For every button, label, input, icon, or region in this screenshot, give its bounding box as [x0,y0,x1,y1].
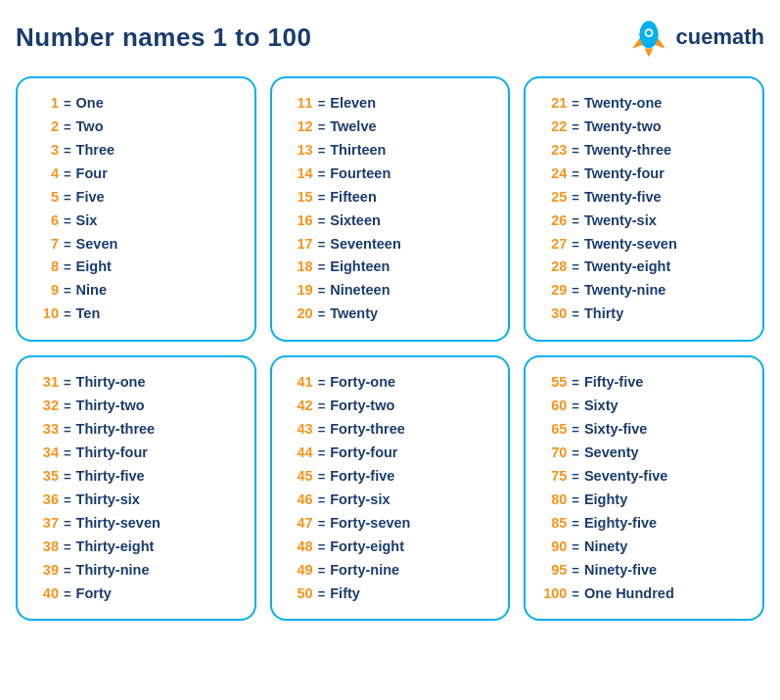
number-name: Eighty [584,489,627,512]
number-value: 46 [286,489,313,512]
card-41-50: 41=Forty-one42=Forty-two43=Forty-three44… [270,355,511,621]
number-value: 39 [31,559,59,583]
number-value: 13 [286,139,313,163]
number-row: 49=Forty-nine [286,559,499,583]
page-header: Number names 1 to 100 cuemath [16,16,764,59]
svg-point-4 [646,30,651,35]
number-value: 16 [286,210,313,233]
number-name: Twelve [330,116,376,139]
number-value: 50 [286,583,313,606]
number-value: 65 [539,418,567,442]
number-row: 14=Fourteen [286,163,499,186]
number-row: 24=Twenty-four [539,163,753,186]
number-value: 45 [286,465,313,489]
equals-sign: = [318,490,326,510]
number-name: Forty-four [330,442,397,465]
equals-sign: = [64,210,71,231]
number-row: 36=Thirty-six [31,489,245,512]
number-row: 32=Thirty-two [31,395,245,418]
number-name: One Hundred [584,583,674,606]
equals-sign: = [64,513,71,534]
number-row: 4=Four [31,163,245,186]
equals-sign: = [572,93,579,114]
number-name: Thirty-six [76,489,140,512]
number-row: 65=Sixty-five [539,418,753,442]
number-value: 6 [31,210,59,233]
number-value: 60 [539,395,567,418]
number-value: 31 [31,371,59,395]
number-row: 25=Twenty-five [539,186,753,210]
number-value: 29 [539,279,567,303]
number-row: 9=Nine [31,279,245,303]
number-row: 31=Thirty-one [31,371,245,395]
number-name: Five [76,186,105,210]
equals-sign: = [64,443,71,463]
number-name: Nine [76,279,107,303]
number-value: 38 [31,536,59,559]
number-value: 18 [286,256,313,279]
number-row: 29=Twenty-nine [539,279,753,303]
number-name: Twenty [330,303,378,326]
number-row: 13=Thirteen [286,139,499,163]
number-row: 11=Eleven [286,92,499,116]
equals-sign: = [318,117,326,137]
equals-sign: = [64,187,71,208]
number-value: 7 [31,233,59,257]
number-row: 43=Forty-three [286,418,499,442]
number-value: 24 [539,163,567,186]
number-value: 8 [31,256,59,279]
number-row: 42=Forty-two [286,395,499,418]
number-value: 95 [539,559,567,583]
equals-sign: = [572,117,579,137]
number-value: 85 [539,512,567,536]
number-name: Thirty-eight [76,536,155,559]
number-row: 19=Nineteen [286,279,499,303]
number-name: Thirty-four [76,442,148,465]
number-value: 5 [31,186,59,210]
number-name: Nineteen [330,279,390,303]
rocket-icon [627,16,670,59]
number-row: 34=Thirty-four [31,442,245,465]
equals-sign: = [64,140,71,161]
number-name: Forty-six [330,489,390,512]
number-row: 16=Sixteen [286,210,499,233]
number-row: 80=Eighty [539,489,753,512]
number-name: Twenty-five [584,186,662,210]
equals-sign: = [318,583,326,604]
number-value: 47 [286,512,313,536]
equals-sign: = [318,257,326,277]
equals-sign: = [572,303,579,324]
number-name: Twenty-six [584,210,657,233]
number-value: 32 [31,395,59,418]
number-value: 90 [539,536,567,559]
number-value: 80 [539,489,567,512]
number-value: 34 [31,442,59,465]
number-row: 6=Six [31,210,245,233]
equals-sign: = [64,560,71,581]
number-name: Fifteen [330,186,377,210]
number-row: 26=Twenty-six [539,210,753,233]
equals-sign: = [572,372,579,393]
number-name: Thirty [584,303,623,326]
equals-sign: = [64,466,71,487]
equals-sign: = [572,537,579,557]
logo-text: cuemath [676,24,764,50]
number-value: 36 [31,489,59,512]
equals-sign: = [64,537,71,557]
equals-sign: = [572,140,579,161]
logo-area: cuemath [627,16,764,59]
number-value: 20 [286,303,313,326]
number-value: 19 [286,279,313,303]
number-row: 48=Forty-eight [286,536,499,559]
number-row: 27=Twenty-seven [539,233,753,257]
number-value: 14 [286,163,313,186]
number-row: 5=Five [31,186,245,210]
equals-sign: = [572,187,579,208]
number-name: Sixty-five [584,418,647,442]
number-value: 41 [286,371,313,395]
number-value: 25 [539,186,567,210]
number-row: 33=Thirty-three [31,418,245,442]
number-value: 44 [286,442,313,465]
number-row: 60=Sixty [539,395,753,418]
equals-sign: = [64,117,71,137]
